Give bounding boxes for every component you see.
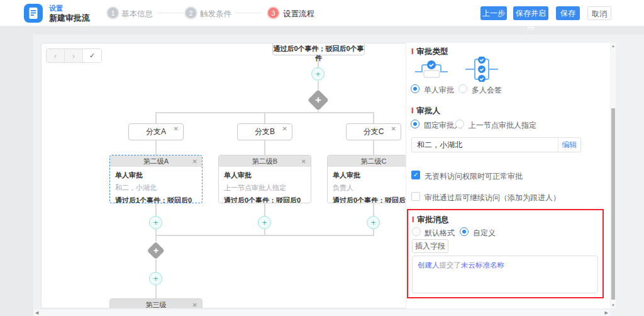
branch-node-a[interactable]: 分支A ✕ <box>128 123 184 140</box>
add-node-button[interactable]: + <box>367 216 380 229</box>
message-text: 提交了 <box>440 261 462 269</box>
step-1-label: 基本信息 <box>121 9 153 20</box>
insert-field-button[interactable]: 插入字段 <box>412 239 448 253</box>
radio-single-approval-label[interactable]: 单人审批 <box>424 85 454 96</box>
plus-icon: + <box>153 274 158 283</box>
scroll-up-icon[interactable]: ▲ <box>611 44 615 48</box>
approval-type-section-label: I审批类型 <box>411 47 448 57</box>
connector-line <box>155 140 157 155</box>
close-icon[interactable]: ✕ <box>192 156 197 167</box>
canvas-hscrollbar[interactable]: ◀ ▶ <box>33 310 610 316</box>
approval-card-level2-a[interactable]: 第二级A ✕ 单人审批 和二，小湖北 通过后1个事件；驳回后0个事件 <box>109 155 203 203</box>
branch-node-c[interactable]: 分支C ✕ <box>346 123 401 140</box>
branch-merge-line <box>155 235 374 236</box>
radio-fixed-approver[interactable] <box>411 120 419 128</box>
branch-label: 分支A <box>146 127 166 137</box>
permission-checkbox[interactable] <box>411 171 420 179</box>
card-header: 第二级A ✕ <box>110 155 202 167</box>
branch-node-b[interactable]: 分支B ✕ <box>237 123 292 140</box>
follow-checkbox[interactable] <box>411 192 420 201</box>
approver-field[interactable]: 和二，小湖北 编辑 <box>411 137 581 152</box>
close-icon[interactable]: ✕ <box>391 125 396 132</box>
card-title: 第三级 <box>146 301 167 308</box>
chevron-left-icon: ‹ <box>54 51 57 60</box>
connector-line <box>155 113 157 123</box>
radio-default-format[interactable] <box>412 227 421 236</box>
section-title: 审批消息 <box>417 215 448 224</box>
connector-line <box>155 259 157 273</box>
connector-line <box>373 140 374 155</box>
step-3-indicator: 3 <box>267 6 280 20</box>
undo-button[interactable]: ‹ <box>47 49 65 62</box>
connector-line <box>264 229 265 235</box>
message-textarea[interactable]: 创建人提交了未云标准名称 <box>412 256 598 293</box>
node-config-panel: I审批类型 单人审批 多人会签 I审批人 固定审批人 上一节点审批人指定 和二，… <box>406 43 610 308</box>
panel-scrollbar[interactable]: ▲ ▼ <box>611 43 616 308</box>
connector-line <box>155 236 157 242</box>
step-2-label: 触发条件 <box>200 9 231 20</box>
radio-custom-format-label[interactable]: 自定义 <box>473 228 496 239</box>
radio-prev-node-approver[interactable] <box>455 120 464 128</box>
cancel-button[interactable]: 取消 <box>587 6 611 20</box>
permission-checkbox-label[interactable]: 无资料访问权限时可正常审批 <box>425 171 523 182</box>
connector-line <box>264 113 265 123</box>
follow-checkbox-label[interactable]: 审批通过后可继续访问（添加为跟进人） <box>425 193 560 203</box>
field-token: 创建人 <box>418 261 440 269</box>
add-node-button[interactable]: + <box>258 216 271 229</box>
message-section-label: I审批消息 <box>412 215 448 225</box>
step-3-label: 设置流程 <box>283 9 314 20</box>
scroll-down-icon[interactable]: ▼ <box>611 303 615 307</box>
add-branch-button[interactable]: + <box>308 89 329 111</box>
connector-line <box>264 140 265 155</box>
card-title: 第二级A <box>143 157 169 165</box>
save-button[interactable]: 保存 <box>556 6 580 20</box>
card-title: 第二级C <box>361 157 387 165</box>
card-events: 通过后0个事件；驳回后0个事件 <box>333 196 414 203</box>
document-icon <box>24 4 43 23</box>
scroll-right-icon[interactable]: ▶ <box>605 310 608 315</box>
radio-multi-countersign-label[interactable]: 多人会签 <box>472 85 502 96</box>
validate-button[interactable]: ✓ <box>83 49 101 62</box>
connector-line <box>155 203 157 217</box>
card-events: 通过后1个事件；驳回后0个事件 <box>115 196 197 203</box>
redo-button[interactable]: › <box>65 49 83 62</box>
page-title: 新建审批流 <box>49 13 90 24</box>
radio-prev-node-approver-label[interactable]: 上一节点审批人指定 <box>469 120 536 131</box>
plus-icon: + <box>371 218 376 227</box>
top-header: 设置 新建审批流 1 基本信息 2 触发条件 3 设置流程 上一步 保存并启用 … <box>0 0 644 26</box>
step-2-indicator: 2 <box>184 6 197 20</box>
approval-app-icon <box>24 4 43 23</box>
close-icon[interactable]: ✕ <box>301 156 306 167</box>
branch-label: 分支B <box>255 127 275 137</box>
edit-approver-button[interactable]: 编辑 <box>558 138 580 152</box>
scrollbar-thumb[interactable] <box>611 108 615 300</box>
prev-step-button[interactable]: 上一步 <box>480 6 507 20</box>
close-icon[interactable]: ✕ <box>174 125 179 132</box>
add-node-button[interactable]: + <box>311 67 325 81</box>
section-title: 审批人 <box>416 106 440 115</box>
radio-custom-format[interactable] <box>460 227 469 236</box>
close-icon[interactable]: ✕ <box>192 300 197 308</box>
step-connector <box>157 13 184 13</box>
connector-line <box>373 229 374 235</box>
start-node-events[interactable]: 通过后0个事件；驳回后0个事件 <box>272 43 365 55</box>
approval-card-level2-b[interactable]: 第二级B ✕ 单人审批 上一节点审批人指定 通过后0个事件；驳回后0个事件 <box>218 155 311 203</box>
field-token: 未云标准名称 <box>461 261 504 269</box>
card-header: 第三级 ✕ <box>110 299 202 308</box>
radio-single-approval[interactable] <box>411 84 419 93</box>
card-body: 单人审批 上一节点审批人指定 通过后0个事件；驳回后0个事件 <box>219 167 311 203</box>
add-node-button[interactable]: + <box>149 272 162 285</box>
single-approval-icon <box>415 57 448 82</box>
save-and-enable-button[interactable]: 保存并启用 <box>513 6 548 20</box>
close-icon[interactable]: ✕ <box>282 125 287 132</box>
card-header: 第二级B ✕ <box>219 155 311 167</box>
card-approver: 上一节点审批人指定 <box>224 183 306 193</box>
scroll-left-icon[interactable]: ◀ <box>35 310 38 315</box>
radio-multi-countersign[interactable] <box>458 84 467 93</box>
add-branch-button[interactable]: + <box>147 242 165 259</box>
check-icon: ✓ <box>89 52 95 60</box>
radio-default-format-label[interactable]: 默认格式 <box>425 228 455 239</box>
add-node-button[interactable]: + <box>149 216 162 229</box>
approval-card-level3[interactable]: 第三级 ✕ <box>109 298 203 308</box>
connector-line <box>155 285 157 298</box>
